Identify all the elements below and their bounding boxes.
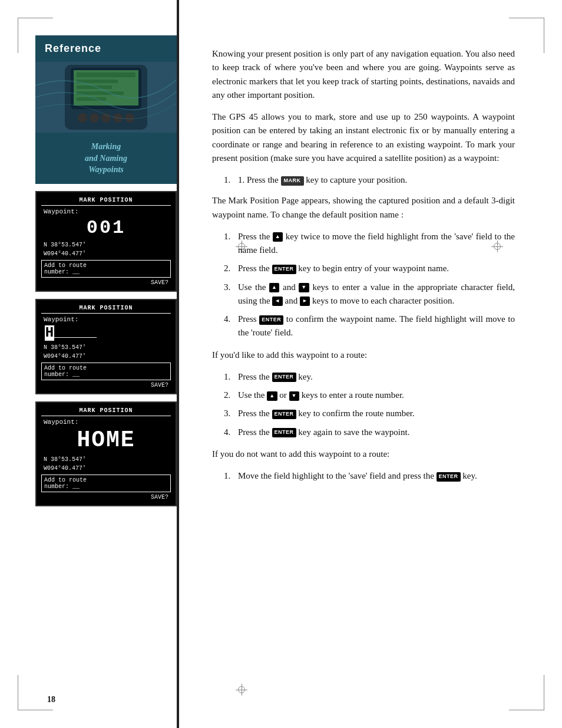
- step3-mid1: and: [283, 282, 299, 292]
- route-step1-before: Press the: [238, 372, 272, 381]
- gps-screen-2-coords1: N 38°53.547': [41, 343, 171, 352]
- gps-screen-3-waypoint-label: Waypoint:: [41, 419, 171, 426]
- gps-screen-1-route: Add to route number: __: [41, 260, 171, 278]
- reference-label: Reference: [45, 42, 101, 54]
- enter-key-r1: ENTER: [272, 373, 296, 382]
- gps-screen-1-waypoint-label: Waypoint:: [41, 208, 171, 215]
- step3-text: Use the ▲ and ▼ keys to enter a value in…: [238, 281, 515, 308]
- intro-paragraph-2: The GPS 45 allows you to mark, store and…: [212, 110, 515, 165]
- gps-underline-chars: ______: [54, 327, 97, 340]
- gps-cursor-char: H: [45, 325, 54, 341]
- svg-rect-8: [77, 97, 106, 101]
- gps-screen-3: MARK POSITION Waypoint: HOME N 38°53.547…: [35, 401, 177, 506]
- route-step2-text: Use the ▲ or ▼ keys to enter a route num…: [238, 388, 515, 402]
- sidebar-content-divider: [177, 0, 179, 728]
- mark-key-badge: MARK: [281, 176, 304, 186]
- main-content: Knowing your present position is only pa…: [189, 35, 527, 693]
- route-step4-after: key again to save the waypoint.: [298, 427, 409, 437]
- svg-rect-4: [77, 73, 135, 77]
- capture-step-number: 1.: [224, 173, 238, 187]
- step3-before: Use the: [238, 282, 269, 292]
- route-step2-after: keys to enter a route number.: [302, 390, 404, 400]
- noroute-step1-number: 1.: [224, 469, 238, 483]
- step2-text: Press the ENTER key to begin entry of yo…: [238, 262, 515, 275]
- route-step4-before: Press the: [238, 427, 272, 437]
- route-step1-text: Press the ENTER key.: [238, 370, 515, 384]
- section-title-line1: Marking: [45, 141, 167, 153]
- right-arrow-key-3: ►: [300, 297, 310, 306]
- capture-step-after: key to capture your position.: [306, 175, 407, 185]
- page-number: 18: [47, 695, 55, 704]
- enter-key-2: ENTER: [272, 265, 296, 274]
- enter-key-r3: ENTER: [272, 410, 296, 419]
- gps-screen-3-coords1: N 38°53.547': [41, 455, 171, 464]
- step4-before: Press: [238, 314, 259, 324]
- step4-number: 4.: [224, 312, 238, 326]
- route-step-2: 2. Use the ▲ or ▼ keys to enter a route …: [224, 388, 515, 402]
- step1-text: Press the ▲ key twice to move the field …: [238, 230, 515, 258]
- step1-number: 1.: [224, 230, 238, 243]
- capture-step: 1. 1. Press the MARK key to capture your…: [224, 173, 515, 187]
- no-route-intro: If you do not want to add this waypoint …: [212, 447, 515, 461]
- gps-screen-1-waypoint-value: 001: [41, 215, 171, 241]
- gps-screen-3-route: Add to route number: __: [41, 475, 171, 492]
- svg-point-9: [78, 113, 87, 123]
- enter-key-r4: ENTER: [272, 428, 296, 437]
- noroute-step1-before: Move the field highlight to the 'save' f…: [238, 471, 437, 480]
- sidebar: Reference M: [35, 35, 177, 693]
- capture-step-text: 1. Press the MARK key to capture your po…: [238, 173, 515, 187]
- section-title-line2: and Naming: [45, 153, 167, 164]
- change-name-step-3: 3. Use the ▲ and ▼ keys to enter a value…: [224, 281, 515, 308]
- route-step3-before: Press the: [238, 409, 272, 418]
- gps-screen-1-title: MARK POSITION: [41, 197, 171, 206]
- svg-rect-7: [77, 91, 124, 95]
- noroute-step-1: 1. Move the field highlight to the 'save…: [224, 469, 515, 483]
- capture-step-before: 1. Press the: [238, 175, 279, 185]
- step4-text: Press ENTER to confirm the waypoint name…: [238, 312, 515, 340]
- left-arrow-key-3: ◄: [272, 297, 282, 306]
- change-name-step-2: 2. Press the ENTER key to begin entry of…: [224, 262, 515, 275]
- change-name-step-4: 4. Press ENTER to confirm the waypoint n…: [224, 312, 515, 340]
- gps-screen-3-waypoint-value: HOME: [41, 426, 171, 455]
- gps-screen-1-save: SAVE?: [41, 279, 171, 286]
- gps-screen-3-save: SAVE?: [41, 494, 171, 500]
- gps-screen-2-title: MARK POSITION: [41, 305, 171, 314]
- reference-header: Reference: [35, 35, 177, 62]
- step3-after: keys to move to each character position.: [312, 296, 454, 305]
- noroute-step1-text: Move the field highlight to the 'save' f…: [238, 469, 515, 483]
- route-step1-number: 1.: [224, 370, 238, 384]
- enter-key-nr1: ENTER: [437, 472, 461, 482]
- down-arrow-key-3: ▼: [299, 283, 309, 292]
- step2-after: key to begin entry of your waypoint name…: [298, 263, 449, 273]
- gps-screen-2-coords2: W094°40.477': [41, 352, 171, 361]
- step3-number: 3.: [224, 281, 238, 294]
- intro-paragraph-1: Knowing your present position is only pa…: [212, 47, 515, 102]
- gps-screen-3-title: MARK POSITION: [41, 407, 171, 416]
- down-arrow-key-r2: ▼: [289, 391, 299, 401]
- route-step3-text: Press the ENTER key to confirm the route…: [238, 407, 515, 420]
- mark-page-appears: The Mark Position Page appears, showing …: [212, 194, 515, 222]
- gps-screen-1-coords2: W094°40.477': [41, 249, 171, 258]
- gps-screen-2-waypoint-edit: H______: [41, 323, 171, 343]
- route-step-1: 1. Press the ENTER key.: [224, 370, 515, 384]
- up-arrow-key-1: ▲: [273, 232, 283, 242]
- svg-point-10: [90, 113, 99, 123]
- step2-number: 2.: [224, 262, 238, 275]
- step3-mid3: and: [285, 296, 300, 305]
- up-arrow-key-3: ▲: [269, 283, 279, 292]
- section-title-box: Marking and Naming Waypoints: [35, 133, 177, 184]
- change-name-step-1: 1. Press the ▲ key twice to move the fie…: [224, 230, 515, 258]
- up-arrow-key-r2: ▲: [267, 391, 277, 401]
- noroute-step1-after: key.: [462, 471, 477, 480]
- step1-before: Press the: [238, 232, 273, 241]
- route-step3-number: 3.: [224, 407, 238, 420]
- gps-screen-1: MARK POSITION Waypoint: 001 N 38°53.547'…: [35, 191, 177, 292]
- svg-point-11: [101, 113, 111, 123]
- route-step-3: 3. Press the ENTER key to confirm the ro…: [224, 407, 515, 420]
- gps-screen-3-coords2: W094°40.477': [41, 464, 171, 473]
- route-step1-after: key.: [298, 372, 312, 381]
- route-step2-number: 2.: [224, 388, 238, 402]
- section-title-line3: Waypoints: [45, 164, 167, 176]
- route-step4-number: 4.: [224, 426, 238, 439]
- step2-before: Press the: [238, 263, 272, 273]
